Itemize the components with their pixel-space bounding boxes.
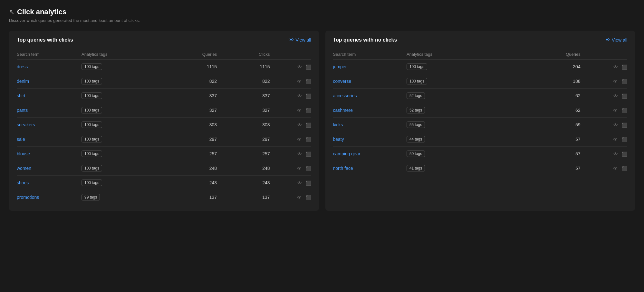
search-term-left-2[interactable]: shirt (17, 89, 82, 103)
eye-action-icon[interactable]: 👁 (613, 79, 618, 84)
box-action-icon[interactable]: ⬛ (306, 180, 311, 186)
col-queries-header: Queries (164, 49, 217, 60)
actions-left-5: 👁 ⬛ (270, 132, 311, 147)
eye-action-icon[interactable]: 👁 (297, 64, 302, 70)
actions-right-4: 👁 ⬛ (581, 118, 627, 132)
tags-right-2: 52 tags (407, 89, 507, 103)
eye-action-icon[interactable]: 👁 (613, 137, 618, 142)
search-term-left-9[interactable]: promotions (17, 190, 82, 205)
actions-left-2: 👁 ⬛ (270, 89, 311, 103)
table-row: sneakers 100 tags 303 303 👁 ⬛ (17, 118, 311, 132)
eye-action-icon[interactable]: 👁 (613, 151, 618, 157)
box-action-icon[interactable]: ⬛ (306, 122, 311, 128)
table-row: shoes 100 tags 243 243 👁 ⬛ (17, 176, 311, 190)
search-term-right-1[interactable]: converse (333, 74, 407, 89)
queries-left-0: 1115 (164, 60, 217, 74)
queries-left-2: 337 (164, 89, 217, 103)
search-term-right-3[interactable]: cashmere (333, 103, 407, 118)
search-term-left-0[interactable]: dress (17, 60, 82, 74)
eye-action-icon[interactable]: 👁 (297, 79, 302, 84)
eye-action-icon[interactable]: 👁 (297, 195, 302, 200)
search-term-left-4[interactable]: sneakers (17, 118, 82, 132)
cursor-icon: ↖ (9, 8, 14, 16)
clicks-left-0: 1115 (217, 60, 270, 74)
box-action-icon[interactable]: ⬛ (622, 151, 627, 157)
search-term-right-2[interactable]: accessories (333, 89, 407, 103)
box-action-icon[interactable]: ⬛ (306, 64, 311, 70)
actions-right-1: 👁 ⬛ (581, 74, 627, 89)
table-row: converse 100 tags 188 👁 ⬛ (333, 74, 628, 89)
box-action-icon[interactable]: ⬛ (306, 166, 311, 171)
eye-action-icon[interactable]: 👁 (297, 180, 302, 186)
actions-right-3: 👁 ⬛ (581, 103, 627, 118)
table-row: sale 100 tags 297 297 👁 ⬛ (17, 132, 311, 147)
search-term-left-5[interactable]: sale (17, 132, 82, 147)
box-action-icon[interactable]: ⬛ (622, 79, 627, 84)
box-action-icon[interactable]: ⬛ (306, 137, 311, 142)
actions-left-0: 👁 ⬛ (270, 60, 311, 74)
actions-right-6: 👁 ⬛ (581, 147, 627, 161)
panel-left-header: Top queries with clicks 👁 View all (17, 37, 311, 43)
col-b-queries-header: Queries (507, 49, 580, 60)
search-term-right-4[interactable]: kicks (333, 118, 407, 132)
eye-action-icon[interactable]: 👁 (613, 108, 618, 113)
clicks-left-8: 243 (217, 176, 270, 190)
tags-right-1: 100 tags (407, 74, 507, 89)
box-action-icon[interactable]: ⬛ (306, 151, 311, 157)
eye-action-icon[interactable]: 👁 (613, 166, 618, 171)
box-action-icon[interactable]: ⬛ (306, 93, 311, 99)
table-row: camping gear 50 tags 57 👁 ⬛ (333, 147, 628, 161)
tags-right-7: 41 tags (407, 161, 507, 176)
eye-action-icon[interactable]: 👁 (613, 64, 618, 70)
eye-icon-right: 👁 (605, 37, 610, 43)
box-action-icon[interactable]: ⬛ (306, 79, 311, 84)
search-term-left-6[interactable]: blouse (17, 147, 82, 161)
page-title: Click analytics (17, 8, 66, 16)
table-row: women 100 tags 248 248 👁 ⬛ (17, 161, 311, 176)
page-subtitle: Discover which queries generated the mos… (9, 18, 635, 23)
queries-right-1: 188 (507, 74, 580, 89)
eye-action-icon[interactable]: 👁 (613, 122, 618, 128)
box-action-icon[interactable]: ⬛ (306, 195, 311, 200)
table-row: denim 100 tags 822 822 👁 ⬛ (17, 74, 311, 89)
search-term-left-1[interactable]: denim (17, 74, 82, 89)
eye-action-icon[interactable]: 👁 (297, 166, 302, 171)
queries-right-3: 62 (507, 103, 580, 118)
col-b-actions-header (581, 49, 627, 60)
eye-action-icon[interactable]: 👁 (297, 137, 302, 142)
eye-action-icon[interactable]: 👁 (613, 93, 618, 99)
view-all-no-clicks-button[interactable]: 👁 View all (605, 37, 627, 43)
box-action-icon[interactable]: ⬛ (622, 64, 627, 70)
tags-left-6: 100 tags (82, 147, 164, 161)
eye-action-icon[interactable]: 👁 (297, 122, 302, 128)
search-term-left-3[interactable]: pants (17, 103, 82, 118)
eye-action-icon[interactable]: 👁 (297, 108, 302, 113)
queries-left-6: 257 (164, 147, 217, 161)
panel-no-clicks: Top queries with no clicks 👁 View all Se… (325, 31, 635, 211)
box-action-icon[interactable]: ⬛ (306, 108, 311, 113)
box-action-icon[interactable]: ⬛ (622, 137, 627, 142)
view-all-clicks-button[interactable]: 👁 View all (289, 37, 311, 43)
search-term-right-0[interactable]: jumper (333, 60, 407, 74)
box-action-icon[interactable]: ⬛ (622, 122, 627, 128)
box-action-icon[interactable]: ⬛ (622, 108, 627, 113)
search-term-right-6[interactable]: camping gear (333, 147, 407, 161)
queries-right-0: 204 (507, 60, 580, 74)
box-action-icon[interactable]: ⬛ (622, 166, 627, 171)
actions-right-2: 👁 ⬛ (581, 89, 627, 103)
actions-left-1: 👁 ⬛ (270, 74, 311, 89)
tags-left-5: 100 tags (82, 132, 164, 147)
search-term-left-8[interactable]: shoes (17, 176, 82, 190)
search-term-right-5[interactable]: beaty (333, 132, 407, 147)
table-row: cashmere 52 tags 62 👁 ⬛ (333, 103, 628, 118)
search-term-right-7[interactable]: north face (333, 161, 407, 176)
eye-action-icon[interactable]: 👁 (297, 151, 302, 157)
actions-left-8: 👁 ⬛ (270, 176, 311, 190)
col-clicks-header: Clicks (217, 49, 270, 60)
table-row: blouse 100 tags 257 257 👁 ⬛ (17, 147, 311, 161)
box-action-icon[interactable]: ⬛ (622, 93, 627, 99)
eye-action-icon[interactable]: 👁 (297, 93, 302, 99)
tags-left-7: 100 tags (82, 161, 164, 176)
search-term-left-7[interactable]: women (17, 161, 82, 176)
table-row: kicks 55 tags 59 👁 ⬛ (333, 118, 628, 132)
